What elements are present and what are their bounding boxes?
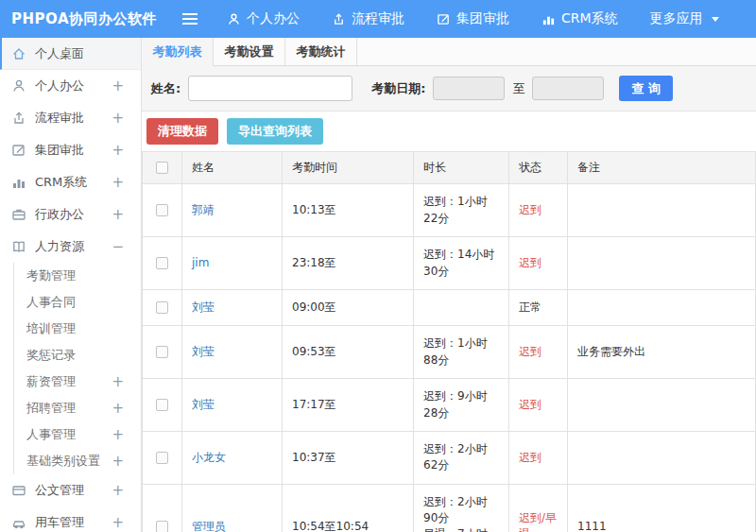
topnav-item-crm[interactable]: CRM系统: [541, 10, 618, 27]
document-icon: [11, 483, 27, 498]
expand-plus-icon[interactable]: +: [112, 482, 124, 499]
expand-plus-icon[interactable]: +: [112, 400, 124, 417]
clean-data-button[interactable]: 清理数据: [146, 118, 218, 145]
remark-text: [568, 184, 756, 237]
col-header-name: 姓名: [182, 152, 283, 184]
sidebar-item-document-management[interactable]: 公文管理 +: [0, 474, 141, 506]
date-to-label: 至: [512, 80, 524, 97]
sidebar-item-group-approval[interactable]: 集团审批 +: [0, 134, 141, 166]
sidebar-subitem-label: 考勤管理: [26, 267, 76, 284]
attendance-time: 09:53至: [283, 326, 414, 379]
select-all-checkbox[interactable]: [156, 162, 168, 174]
employee-name-link[interactable]: 刘莹: [192, 345, 215, 358]
status-text: 迟到: [509, 237, 568, 290]
sidebar-item-admin-office[interactable]: 行政办公 +: [0, 198, 141, 231]
sidebar-item-personal-office[interactable]: 个人办公 +: [0, 70, 141, 102]
sidebar-item-personal-desktop[interactable]: 个人桌面: [0, 38, 141, 70]
sidebar-item-label: CRM系统: [35, 174, 87, 191]
row-checkbox[interactable]: [156, 301, 168, 314]
sidebar-subitem-reward-punishment[interactable]: 奖惩记录: [14, 342, 141, 369]
query-button[interactable]: 查 询: [619, 76, 673, 101]
sidebar-hr-submenu: 考勤管理 人事合同 培训管理 奖惩记录 薪资管理 + 招聘管理 +: [13, 263, 141, 474]
sidebar-subitem-personnel-management[interactable]: 人事管理 +: [14, 421, 141, 448]
tab-attendance-stats[interactable]: 考勤统计: [285, 38, 357, 65]
date-to-input[interactable]: [532, 77, 604, 100]
duration-text-2: 早退：7小时10分: [423, 526, 499, 532]
sidebar-subitem-recruit-management[interactable]: 招聘管理 +: [14, 395, 141, 421]
menu-toggle-icon[interactable]: [181, 12, 198, 26]
toolbar: 清理数据 导出查询列表: [142, 112, 756, 151]
status-text: 迟到: [509, 326, 568, 379]
sidebar-subitem-attendance-management[interactable]: 考勤管理: [14, 263, 141, 289]
app-title: PHPOA协同办公软件: [0, 10, 181, 28]
sidebar-subitem-label: 奖惩记录: [26, 347, 76, 364]
sidebar-subitem-training-management[interactable]: 培训管理: [14, 316, 141, 342]
attendance-time: 10:54至10:54: [283, 484, 414, 532]
attendance-time: 09:00至: [283, 289, 414, 325]
expand-plus-icon[interactable]: +: [112, 142, 124, 159]
expand-plus-icon[interactable]: +: [112, 514, 124, 531]
book-icon: [11, 239, 27, 254]
sidebar-subitem-hr-contract[interactable]: 人事合同: [14, 289, 141, 316]
sidebar-item-hr[interactable]: 人力资源 −: [0, 231, 141, 263]
attendance-time: 23:18至: [283, 237, 414, 290]
sidebar-item-label: 人力资源: [35, 238, 84, 255]
sidebar-item-vehicle-management[interactable]: 用车管理 +: [0, 506, 141, 532]
name-search-input[interactable]: [188, 76, 352, 101]
table-row: jim 23:18至 迟到：14小时30分 迟到: [143, 237, 756, 290]
sidebar-item-crm[interactable]: CRM系统 +: [0, 166, 141, 198]
sidebar-subitem-label: 招聘管理: [26, 400, 76, 417]
sidebar-subitem-salary-management[interactable]: 薪资管理 +: [14, 369, 141, 395]
sidebar-item-label: 个人桌面: [35, 45, 84, 62]
sidebar-item-label: 集团审批: [35, 142, 84, 159]
export-query-list-button[interactable]: 导出查询列表: [227, 118, 323, 145]
duration-text: 迟到：1小时22分: [423, 194, 499, 227]
car-icon: [11, 515, 27, 530]
remark-text: 1111: [568, 484, 756, 532]
employee-name-link[interactable]: 郭靖: [192, 203, 215, 216]
row-checkbox[interactable]: [156, 521, 168, 532]
sidebar-subitem-base-category-settings[interactable]: 基础类别设置 +: [14, 448, 141, 474]
remark-text: [568, 289, 756, 325]
employee-name-link[interactable]: 刘莹: [192, 300, 215, 314]
collapse-minus-icon[interactable]: −: [112, 238, 124, 255]
expand-plus-icon[interactable]: +: [112, 110, 124, 127]
topnav-item-group-approval[interactable]: 集团审批: [437, 10, 509, 27]
expand-plus-icon[interactable]: +: [112, 77, 124, 94]
process-icon: [332, 12, 346, 26]
sidebar-item-process-approval[interactable]: 流程审批 +: [0, 102, 141, 134]
remark-text: [568, 431, 756, 484]
sidebar-subitem-label: 人事合同: [26, 294, 76, 311]
topnav-item-personal-office[interactable]: 个人办公: [227, 10, 300, 27]
expand-plus-icon[interactable]: +: [112, 426, 124, 443]
date-from-input[interactable]: [433, 77, 505, 100]
remark-text: [568, 379, 756, 432]
row-checkbox[interactable]: [156, 346, 168, 358]
tab-attendance-settings[interactable]: 考勤设置: [214, 38, 285, 65]
attendance-time: 10:37至: [283, 431, 414, 484]
topnav-item-process-approval[interactable]: 流程审批: [332, 10, 404, 27]
row-checkbox[interactable]: [156, 204, 168, 216]
expand-plus-icon[interactable]: +: [112, 174, 124, 191]
attendance-table: 姓名 考勤时间 时长 状态 备注 郭靖 10:13至 迟到：1小时22分: [142, 151, 756, 532]
duration-text: 迟到：1小时88分: [423, 335, 499, 369]
employee-name-link[interactable]: 管理员: [192, 520, 226, 532]
col-header-time: 考勤时间: [283, 152, 414, 184]
duration-text: 迟到：14小时30分: [423, 247, 499, 280]
expand-plus-icon[interactable]: +: [112, 206, 124, 223]
employee-name-link[interactable]: 刘莹: [192, 398, 215, 411]
duration-text: 迟到：2小时62分: [423, 441, 499, 474]
expand-plus-icon[interactable]: +: [112, 453, 124, 470]
col-header-status: 状态: [509, 152, 568, 184]
row-checkbox[interactable]: [156, 257, 168, 269]
row-checkbox[interactable]: [156, 399, 168, 411]
row-checkbox[interactable]: [156, 452, 168, 464]
employee-name-link[interactable]: 小龙女: [192, 451, 226, 464]
duration-text: 迟到：2小时90分: [423, 494, 499, 527]
topnav-item-more-apps[interactable]: 更多应用: [650, 10, 719, 27]
tab-attendance-list[interactable]: 考勤列表: [142, 38, 214, 66]
sidebar: 个人桌面 个人办公 + 流程审批 + 集团审批: [0, 38, 142, 532]
employee-name-link[interactable]: jim: [192, 256, 209, 269]
topbar: PHPOA协同办公软件 个人办公 流程审批 集团审批: [0, 0, 756, 38]
expand-plus-icon[interactable]: +: [112, 373, 124, 390]
